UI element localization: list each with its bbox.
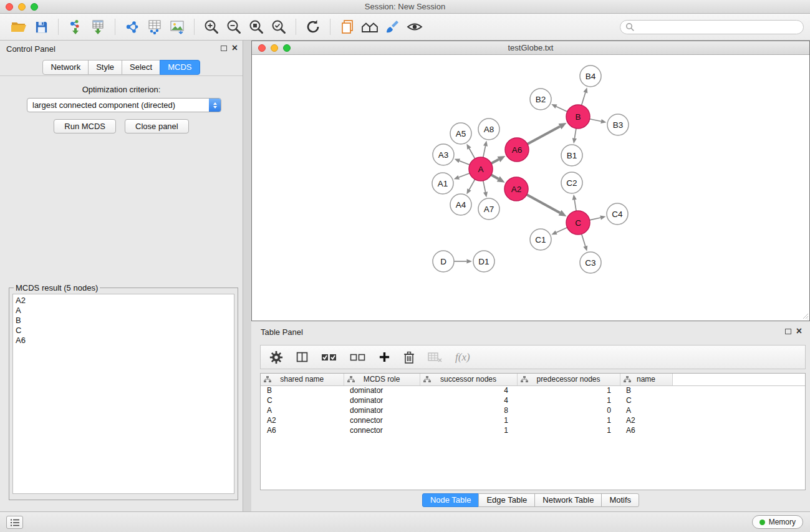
float-table-panel-icon[interactable]	[785, 329, 791, 334]
tab-style[interactable]: Style	[88, 60, 122, 75]
graph-edge-B-B2[interactable]	[551, 104, 567, 112]
add-column-button[interactable]	[378, 348, 390, 367]
tab-network-table[interactable]: Network Table	[534, 493, 602, 507]
close-network-window-button[interactable]	[258, 44, 266, 52]
table-cell[interactable]: 1	[517, 415, 620, 425]
graph-edge-C-C3[interactable]	[582, 234, 588, 251]
zoom-window-button[interactable]	[31, 3, 38, 11]
table-cell[interactable]: A2	[261, 415, 344, 425]
zoom-network-window-button[interactable]	[283, 44, 291, 52]
column-header-name[interactable]: name	[620, 374, 672, 385]
column-header-predecessor-nodes[interactable]: predecessor nodes	[517, 374, 620, 385]
show-columns-button[interactable]	[296, 348, 309, 367]
zoom-in-button[interactable]	[200, 16, 223, 37]
table-cell[interactable]: connector	[344, 425, 420, 435]
deselect-all-button[interactable]	[350, 348, 366, 367]
mcds-result-item[interactable]: B	[16, 316, 234, 326]
run-mcds-button[interactable]: Run MCDS	[54, 119, 116, 133]
table-cell[interactable]: dominator	[344, 405, 420, 415]
table-cell[interactable]: A6	[620, 425, 672, 435]
network-graph[interactable]: B4B2BB3A5A8A6A3B1AA1C2A2A4A7CC4C1C3DD1	[252, 55, 809, 320]
show-panel-button[interactable]	[6, 516, 23, 529]
tab-mcds[interactable]: MCDS	[160, 60, 200, 75]
table-cell[interactable]: A	[261, 405, 344, 415]
import-network-button[interactable]	[64, 16, 87, 37]
apply-style-button[interactable]	[381, 16, 403, 37]
table-cell[interactable]: 1	[517, 395, 620, 405]
graph-edge-D-D1[interactable]	[454, 259, 472, 263]
search-input[interactable]	[620, 21, 803, 34]
table-cell[interactable]: B	[620, 385, 672, 395]
graph-edge-C-C2[interactable]	[572, 195, 577, 211]
graph-edge-A6-B[interactable]	[528, 123, 567, 144]
zoom-fit-button[interactable]	[245, 16, 268, 37]
column-header-successor-nodes[interactable]: successor nodes	[420, 374, 517, 385]
graph-edge-C-C1[interactable]	[551, 228, 567, 235]
minimize-window-button[interactable]	[18, 3, 26, 11]
mcds-result-item[interactable]: A2	[16, 296, 234, 306]
tab-select[interactable]: Select	[122, 60, 160, 75]
table-cell[interactable]: 1	[420, 415, 517, 425]
close-window-button[interactable]	[6, 3, 13, 11]
table-cell[interactable]: A6	[261, 425, 344, 435]
table-cell[interactable]: connector	[344, 415, 420, 425]
toggle-visibility-button[interactable]	[403, 16, 426, 37]
graph-edge-A-A3[interactable]	[455, 159, 470, 165]
table-row[interactable]: Cdominator41C	[261, 395, 805, 405]
table-row[interactable]: Adominator80A	[261, 405, 805, 415]
table-cell[interactable]: 1	[517, 425, 620, 435]
graph-edge-A-A7[interactable]	[483, 181, 488, 198]
graph-edge-A-A2[interactable]	[491, 175, 505, 182]
graph-edge-A-A4[interactable]	[466, 180, 475, 195]
table-cell[interactable]: 8	[420, 405, 517, 415]
mcds-result-item[interactable]: C	[16, 326, 234, 336]
close-panel-button[interactable]: Close panel	[125, 119, 189, 133]
import-table-button[interactable]	[87, 16, 109, 37]
table-cell[interactable]: C	[261, 395, 344, 405]
zoom-selected-button[interactable]	[268, 16, 290, 37]
tab-motifs[interactable]: Motifs	[601, 493, 639, 507]
network-canvas[interactable]: B4B2BB3A5A8A6A3B1AA1C2A2A4A7CC4C1C3DD1	[252, 55, 809, 320]
table-row[interactable]: A6connector11A6	[261, 425, 805, 435]
tab-node-table[interactable]: Node Table	[422, 493, 480, 507]
column-header-shared-name[interactable]: shared name	[261, 374, 344, 385]
zoom-out-button[interactable]	[223, 16, 245, 37]
new-network-from-table-button[interactable]	[143, 16, 166, 37]
first-neighbors-button[interactable]	[359, 16, 381, 37]
close-table-panel-icon[interactable]: ×	[796, 327, 802, 335]
close-panel-icon[interactable]: ×	[232, 44, 238, 52]
table-cell[interactable]: 0	[517, 405, 620, 415]
graph-edge-C-C4[interactable]	[590, 215, 606, 220]
mcds-result-item[interactable]: A6	[16, 336, 234, 346]
table-cell[interactable]: 4	[420, 385, 517, 395]
table-settings-button[interactable]	[269, 348, 283, 367]
column-header-MCDS-role[interactable]: MCDS role	[344, 374, 420, 385]
resize-grip-icon[interactable]	[802, 312, 809, 319]
table-cell[interactable]: B	[261, 385, 344, 395]
open-session-button[interactable]	[7, 16, 30, 37]
tab-edge-table[interactable]: Edge Table	[478, 493, 535, 507]
graph-edge-B-B4[interactable]	[582, 87, 588, 105]
mcds-result-item[interactable]: A	[16, 306, 234, 316]
graph-edge-A2-C[interactable]	[527, 195, 567, 216]
memory-button[interactable]: Memory	[752, 515, 803, 529]
table-cell[interactable]: 1	[517, 385, 620, 395]
table-cell[interactable]: 1	[420, 425, 517, 435]
optimization-criterion-select[interactable]: largest connected component (directed)	[27, 98, 221, 112]
graph-edge-A-A6[interactable]	[491, 156, 506, 163]
export-image-button[interactable]	[166, 16, 188, 37]
delete-table-button[interactable]	[428, 348, 443, 367]
mcds-result-list[interactable]: A2ABCA6	[12, 294, 234, 494]
table-cell[interactable]: dominator	[344, 385, 420, 395]
minimize-network-window-button[interactable]	[271, 44, 278, 52]
select-all-button[interactable]	[321, 348, 337, 367]
graph-edge-A-A5[interactable]	[466, 144, 475, 159]
table-cell[interactable]: dominator	[344, 395, 420, 405]
table-cell[interactable]: A2	[620, 415, 672, 425]
table-row[interactable]: A2connector11A2	[261, 415, 805, 425]
graph-edge-A-A1[interactable]	[454, 173, 470, 180]
graph-edge-B-B1[interactable]	[572, 128, 577, 143]
table-cell[interactable]: C	[620, 395, 672, 405]
new-network-button[interactable]	[121, 16, 143, 37]
graph-edge-A-A8[interactable]	[483, 141, 488, 158]
